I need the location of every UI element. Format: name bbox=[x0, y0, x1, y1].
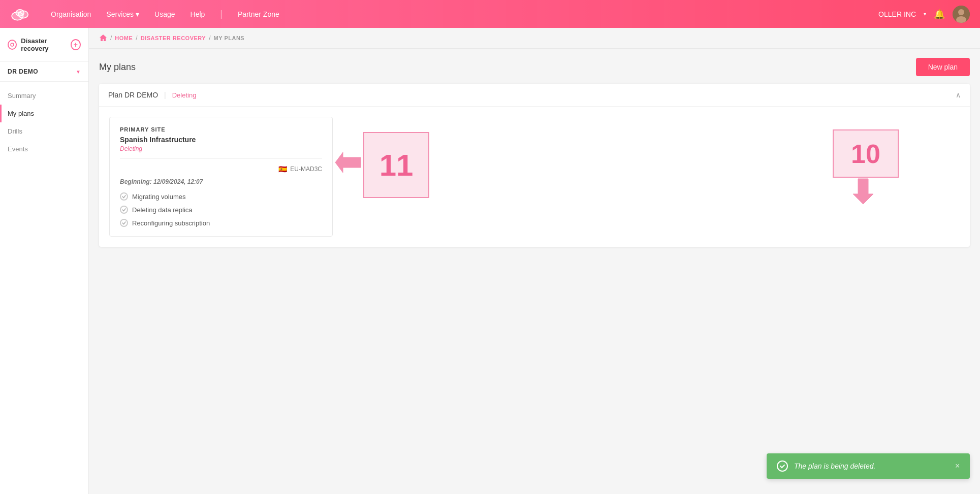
breadcrumb: / HOME / DISASTER RECOVERY / MY PLANS bbox=[89, 28, 980, 49]
plan-name: Plan DR DEMO bbox=[108, 91, 158, 99]
primary-site-box: PRIMARY SITE Spanish Infrastructure Dele… bbox=[109, 117, 333, 237]
plan-card-header-left: Plan DR DEMO | Deleting bbox=[108, 91, 196, 99]
spain-flag-icon: 🇪🇸 bbox=[278, 165, 287, 173]
sidebar-title: Disaster recovery bbox=[21, 37, 70, 52]
new-plan-button[interactable]: New plan bbox=[916, 58, 970, 76]
plan-card-collapse-icon[interactable]: ∧ bbox=[956, 91, 961, 99]
node-11-group: 11 bbox=[363, 132, 429, 198]
arrow-left-icon bbox=[335, 152, 361, 178]
breadcrumb-sep-1: / bbox=[110, 35, 112, 42]
nav-help[interactable]: Help bbox=[191, 10, 205, 18]
sidebar-item-my-plans[interactable]: My plans bbox=[0, 105, 88, 122]
task-item-reconfiguring: Reconfiguring subscription bbox=[120, 219, 322, 227]
nav-divider: | bbox=[220, 9, 223, 19]
sidebar-header-left: Disaster recovery bbox=[8, 37, 71, 52]
sidebar: Disaster recovery + DR DEMO ▼ Summary My… bbox=[0, 28, 89, 494]
sidebar-add-button[interactable]: + bbox=[71, 39, 81, 50]
plan-card: Plan DR DEMO | Deleting ∧ PRIMARY SITE S… bbox=[99, 84, 970, 247]
breadcrumb-sep-2: / bbox=[136, 35, 137, 42]
task-label-migrating: Migrating volumes bbox=[132, 193, 186, 201]
user-avatar[interactable] bbox=[953, 6, 970, 23]
svg-marker-7 bbox=[335, 152, 361, 173]
task-check-reconfiguring-icon bbox=[120, 219, 128, 227]
breadcrumb-home[interactable]: HOME bbox=[115, 35, 133, 41]
task-check-migrating-icon bbox=[120, 192, 128, 201]
task-item-migrating: Migrating volumes bbox=[120, 192, 322, 201]
nav-organisation[interactable]: Organisation bbox=[51, 10, 91, 18]
svg-marker-8 bbox=[853, 179, 873, 204]
home-icon bbox=[99, 34, 107, 42]
nav-usage[interactable]: Usage bbox=[154, 10, 175, 18]
plan-status: Deleting bbox=[172, 91, 197, 99]
toast-message: The plan is being deleted. bbox=[794, 462, 875, 470]
toast-check-icon bbox=[777, 460, 788, 472]
nav-services[interactable]: Services ▾ bbox=[106, 10, 139, 18]
breadcrumb-sep-3: / bbox=[209, 35, 210, 42]
toast-notification: The plan is being deleted. × bbox=[767, 453, 970, 479]
diagram-area: 11 10 bbox=[348, 117, 960, 218]
toast-close-button[interactable]: × bbox=[955, 462, 960, 471]
plan-card-header: Plan DR DEMO | Deleting ∧ bbox=[99, 84, 970, 107]
nav-links: Organisation Services ▾ Usage Help | Par… bbox=[51, 9, 878, 19]
primary-site-label: PRIMARY SITE bbox=[120, 126, 322, 133]
svg-point-6 bbox=[11, 43, 14, 46]
breadcrumb-my-plans: MY PLANS bbox=[214, 35, 245, 41]
svg-point-4 bbox=[958, 9, 964, 15]
node-11-box: 11 bbox=[363, 132, 429, 198]
nav-right: OLLER INC ▾ 🔔 bbox=[878, 6, 970, 23]
node-10-box: 10 bbox=[833, 129, 899, 178]
notifications-bell-icon[interactable]: 🔔 bbox=[934, 9, 945, 20]
breadcrumb-disaster-recovery[interactable]: DISASTER RECOVERY bbox=[141, 35, 206, 41]
org-name[interactable]: OLLER INC bbox=[878, 10, 916, 18]
region-code: EU-MAD3C bbox=[290, 166, 322, 173]
env-dropdown-arrow-icon: ▼ bbox=[76, 69, 81, 75]
env-selector[interactable]: DR DEMO ▼ bbox=[0, 62, 88, 82]
sidebar-item-drills[interactable]: Drills bbox=[0, 122, 88, 140]
arrow-down-icon bbox=[853, 179, 878, 204]
plan-card-body: PRIMARY SITE Spanish Infrastructure Dele… bbox=[99, 107, 970, 247]
node-11-number: 11 bbox=[380, 148, 414, 183]
node-10-number: 10 bbox=[851, 139, 880, 169]
primary-site-region: 🇪🇸 EU-MAD3C bbox=[120, 165, 322, 173]
top-navigation: Organisation Services ▾ Usage Help | Par… bbox=[0, 0, 980, 28]
beginning-date: Beginning: 12/09/2024, 12:07 bbox=[120, 178, 322, 185]
sidebar-header: Disaster recovery + bbox=[0, 28, 88, 62]
node-10-group: 10 bbox=[833, 129, 899, 178]
task-label-deleting: Deleting data replica bbox=[132, 206, 193, 214]
primary-site-name: Spanish Infrastructure bbox=[120, 136, 322, 144]
primary-site-status: Deleting bbox=[120, 145, 322, 152]
main-layout: Disaster recovery + DR DEMO ▼ Summary My… bbox=[0, 28, 980, 494]
services-dropdown-icon: ▾ bbox=[136, 10, 139, 18]
nav-partner-zone[interactable]: Partner Zone bbox=[238, 10, 279, 18]
sidebar-nav: Summary My plans Drills Events bbox=[0, 82, 88, 163]
disaster-recovery-icon bbox=[8, 40, 17, 50]
task-item-deleting: Deleting data replica bbox=[120, 206, 322, 214]
plan-divider: | bbox=[164, 91, 166, 99]
task-check-deleting-icon bbox=[120, 206, 128, 214]
content-area: / HOME / DISASTER RECOVERY / MY PLANS My… bbox=[89, 28, 980, 494]
sidebar-item-summary[interactable]: Summary bbox=[0, 87, 88, 105]
svg-point-2 bbox=[16, 9, 24, 16]
logo[interactable] bbox=[10, 7, 30, 22]
env-name: DR DEMO bbox=[8, 68, 38, 75]
primary-site-divider bbox=[120, 158, 322, 159]
task-label-reconfiguring: Reconfiguring subscription bbox=[132, 219, 210, 227]
task-list: Migrating volumes Deleting data replica bbox=[120, 192, 322, 227]
page-title: My plans bbox=[99, 62, 136, 73]
sidebar-item-events[interactable]: Events bbox=[0, 140, 88, 158]
page-header: My plans New plan bbox=[89, 49, 980, 84]
org-dropdown-icon[interactable]: ▾ bbox=[924, 11, 926, 17]
